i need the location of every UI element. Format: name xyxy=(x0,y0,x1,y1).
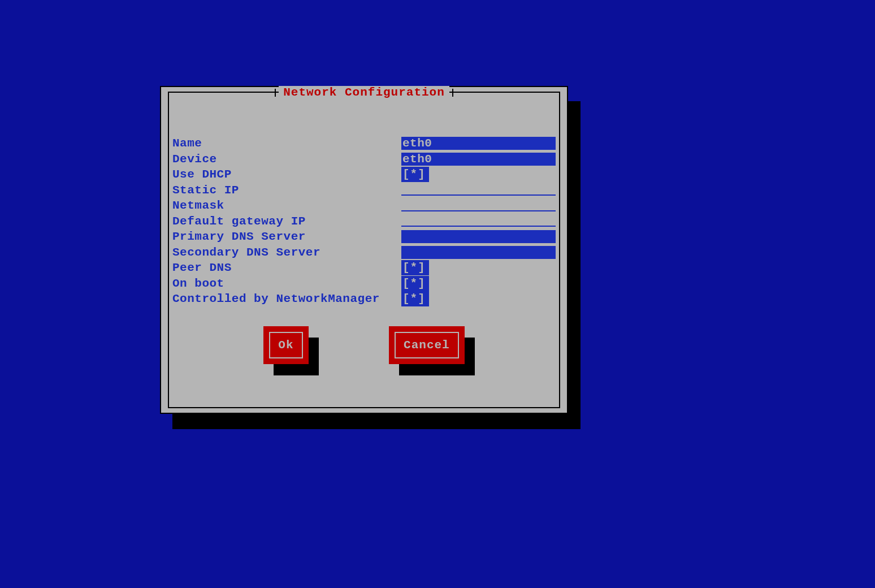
label-on-boot: On boot xyxy=(172,276,401,292)
title-border-right-notch xyxy=(452,89,453,97)
row-name: Name xyxy=(172,136,556,152)
label-peer-dns: Peer DNS xyxy=(172,260,401,276)
primary-dns-input[interactable] xyxy=(401,230,556,244)
network-config-dialog: Network Configuration Name Device Use DH… xyxy=(160,86,568,414)
field-netmask[interactable] xyxy=(401,198,556,214)
label-dns2: Secondary DNS Server xyxy=(172,245,401,261)
ok-button-label: Ok xyxy=(269,332,302,358)
row-device: Device xyxy=(172,152,556,167)
label-dhcp: Use DHCP xyxy=(172,167,401,183)
name-input[interactable] xyxy=(401,137,556,151)
gateway-underline xyxy=(401,226,556,227)
row-peer-dns: Peer DNS [*] xyxy=(172,260,556,276)
ok-button[interactable]: Ok xyxy=(263,326,308,364)
dialog-title-text: Network Configuration xyxy=(283,86,445,99)
field-name xyxy=(401,136,556,152)
netmask-underline xyxy=(401,210,556,211)
dialog-title: Network Configuration xyxy=(279,86,449,99)
cancel-button-label: Cancel xyxy=(395,332,459,358)
field-on-boot: [*] xyxy=(401,276,556,292)
title-border-left-notch xyxy=(275,89,276,97)
label-static-ip: Static IP xyxy=(172,183,401,198)
field-dns1 xyxy=(401,229,556,245)
row-netmask: Netmask xyxy=(172,198,556,214)
field-nm-ctrl: [*] xyxy=(401,291,556,307)
button-bar: Ok Cancel xyxy=(172,326,556,364)
label-gateway: Default gateway IP xyxy=(172,214,401,230)
nm-ctrl-checkbox[interactable]: [*] xyxy=(401,291,429,306)
field-peer-dns: [*] xyxy=(401,260,556,276)
field-dhcp: [*] xyxy=(401,167,556,183)
field-device xyxy=(401,152,556,167)
peer-dns-checkbox[interactable]: [*] xyxy=(401,260,429,275)
form: Name Device Use DHCP [*] Static IP xyxy=(172,136,556,307)
label-name: Name xyxy=(172,136,401,152)
ok-button-wrap: Ok xyxy=(263,326,308,364)
cancel-button-wrap: Cancel xyxy=(389,326,465,364)
row-dns1: Primary DNS Server xyxy=(172,229,556,245)
cancel-button[interactable]: Cancel xyxy=(389,326,465,364)
field-static-ip[interactable] xyxy=(401,183,556,198)
secondary-dns-input[interactable] xyxy=(401,246,556,260)
label-device: Device xyxy=(172,152,401,167)
row-dhcp: Use DHCP [*] xyxy=(172,167,556,183)
label-dns1: Primary DNS Server xyxy=(172,229,401,245)
field-gateway[interactable] xyxy=(401,214,556,230)
on-boot-checkbox[interactable]: [*] xyxy=(401,276,429,291)
dhcp-checkbox[interactable]: [*] xyxy=(401,167,429,182)
row-dns2: Secondary DNS Server xyxy=(172,245,556,261)
row-gateway: Default gateway IP xyxy=(172,214,556,230)
static-ip-underline xyxy=(401,194,556,196)
label-netmask: Netmask xyxy=(172,198,401,214)
label-nm-ctrl: Controlled by NetworkManager xyxy=(172,291,401,307)
row-on-boot: On boot [*] xyxy=(172,276,556,292)
device-input[interactable] xyxy=(401,153,556,167)
dialog-title-wrap: Network Configuration xyxy=(169,86,559,99)
row-nm-ctrl: Controlled by NetworkManager [*] xyxy=(172,291,556,307)
row-static-ip: Static IP xyxy=(172,183,556,198)
field-dns2 xyxy=(401,245,556,261)
dialog-body: Network Configuration Name Device Use DH… xyxy=(168,92,560,408)
